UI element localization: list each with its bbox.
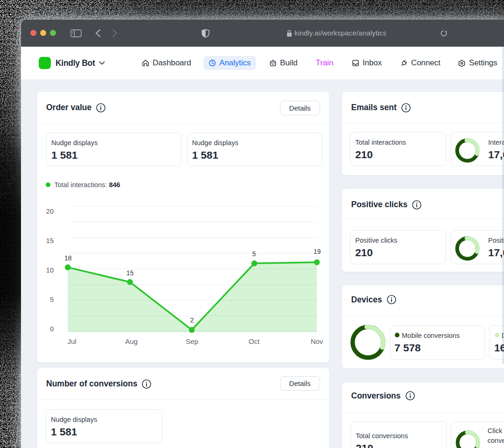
svg-text:Aug: Aug (125, 337, 138, 345)
svg-text:20: 20 (46, 208, 53, 215)
svg-text:Nov: Nov (310, 337, 323, 345)
svg-text:18: 18 (64, 254, 72, 262)
svg-text:5: 5 (49, 296, 53, 303)
svg-text:15: 15 (46, 237, 53, 245)
svg-text:5: 5 (252, 250, 256, 258)
svg-text:19: 19 (313, 248, 321, 255)
svg-text:10: 10 (46, 266, 53, 274)
svg-text:Sep: Sep (186, 337, 198, 345)
svg-text:Oct: Oct (248, 337, 259, 345)
svg-text:2: 2 (190, 316, 194, 324)
svg-text:0: 0 (49, 325, 53, 333)
svg-text:Jul: Jul (67, 337, 76, 345)
svg-text:15: 15 (126, 269, 133, 277)
